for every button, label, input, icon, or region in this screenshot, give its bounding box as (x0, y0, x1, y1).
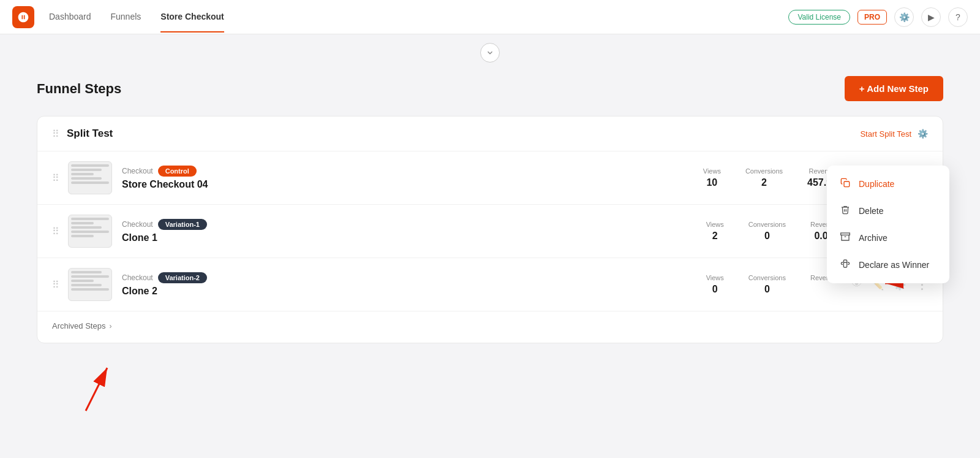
logo[interactable] (12, 6, 34, 28)
step1-name: Store Checkout 04 (122, 179, 703, 190)
step1-conversions-stat: Conversions 2 (745, 167, 783, 188)
step1-info: Checkout Control Store Checkout 04 (122, 166, 703, 190)
step3-conversions-stat: Conversions 0 (748, 274, 786, 295)
step1-stats: Views 10 Conversions 2 Revenue 457.99 (703, 167, 837, 188)
step2-views-stat: Views 2 (706, 221, 724, 242)
archived-steps-link[interactable]: Archived Steps › (37, 311, 943, 343)
delete-icon (839, 205, 851, 217)
step2-name: Clone 1 (122, 232, 706, 243)
split-test-title: Split Test (67, 128, 113, 140)
section-header: Funnel Steps + Add New Step (37, 76, 943, 101)
step2-conversions-stat: Conversions 0 (748, 221, 786, 242)
main-content: Funnel Steps + Add New Step ⠿ Split Test… (0, 76, 980, 368)
svg-rect-0 (844, 181, 850, 187)
step2-thumbnail (68, 215, 112, 248)
archive-icon (839, 232, 851, 244)
menu-item-delete[interactable]: Delete (827, 197, 949, 224)
step2-variation-badge: Variation-1 (158, 219, 207, 230)
step1-views-stat: Views 10 (703, 167, 721, 188)
step3-variation-badge: Variation-2 (158, 272, 207, 283)
step1-type: Checkout Control (122, 166, 703, 177)
start-split-test-link[interactable]: Start Split Test (860, 129, 911, 139)
step3-thumbnail (68, 268, 112, 301)
funnel-steps-card: ⠿ Split Test Start Split Test ⚙️ ⠿ (37, 116, 943, 343)
step2-drag-handle[interactable]: ⠿ (52, 226, 59, 237)
nav-store-checkout[interactable]: Store Checkout (160, 12, 224, 32)
help-icon[interactable]: ? (948, 7, 968, 27)
step3-stats: Views 0 Conversions 0 Revenue 0.00 (706, 274, 837, 295)
step1-thumbnail (68, 161, 112, 194)
archive-label: Archive (859, 233, 888, 243)
split-test-settings-icon[interactable]: ⚙️ (918, 129, 928, 139)
context-menu: Duplicate Delete Archive Declare as Winn… (827, 166, 949, 283)
header: Dashboard Funnels Store Checkout Valid L… (0, 0, 980, 34)
step3-name: Clone 2 (122, 286, 706, 297)
step2-stats: Views 2 Conversions 0 Revenue 0.00 (706, 221, 837, 242)
split-test-right: Start Split Test ⚙️ (860, 129, 928, 139)
add-new-step-button[interactable]: + Add New Step (845, 76, 943, 101)
main-nav: Dashboard Funnels Store Checkout (49, 12, 788, 23)
header-right: Valid License PRO ⚙️ ▶ ? (788, 7, 968, 27)
menu-item-duplicate[interactable]: Duplicate (827, 170, 949, 197)
step3-views-stat: Views 0 (706, 274, 724, 295)
step3-type: Checkout Variation-2 (122, 272, 706, 283)
declare-winner-label: Declare as Winner (859, 260, 929, 270)
step3-info: Checkout Variation-2 Clone 2 (122, 272, 706, 297)
step-row: ⠿ Checkout Variation-1 Clone 1 (37, 205, 943, 258)
menu-item-declare-winner[interactable]: Declare as Winner (827, 251, 949, 278)
delete-label: Delete (859, 206, 883, 216)
settings-icon[interactable]: ⚙️ (894, 7, 914, 27)
duplicate-icon (839, 178, 851, 190)
nav-dashboard[interactable]: Dashboard (49, 12, 91, 23)
split-test-header: ⠿ Split Test Start Split Test ⚙️ (37, 116, 943, 151)
split-test-left: ⠿ Split Test (52, 128, 113, 140)
winner-icon (839, 259, 851, 271)
svg-rect-1 (841, 233, 850, 235)
archived-chevron-icon: › (109, 322, 111, 330)
duplicate-label: Duplicate (859, 179, 894, 189)
step1-drag-handle[interactable]: ⠿ (52, 172, 59, 184)
sub-header (0, 34, 980, 71)
step2-type: Checkout Variation-1 (122, 219, 706, 230)
step-row: ⠿ Checkout Variation-2 Clone 2 (37, 258, 943, 311)
nav-funnels[interactable]: Funnels (111, 12, 141, 23)
collapse-button[interactable] (480, 43, 500, 63)
split-test-drag-handle[interactable]: ⠿ (52, 128, 59, 140)
section-title: Funnel Steps (37, 81, 121, 97)
archived-steps-label: Archived Steps (52, 321, 105, 330)
step3-drag-handle[interactable]: ⠿ (52, 279, 59, 291)
pro-badge: PRO (858, 10, 887, 25)
play-icon[interactable]: ▶ (921, 7, 941, 27)
menu-item-archive[interactable]: Archive (827, 224, 949, 251)
step1-control-badge: Control (158, 166, 197, 177)
step2-info: Checkout Variation-1 Clone 1 (122, 219, 706, 243)
step-row: ⠿ Checkout Control Store Checkout 04 (37, 151, 943, 205)
license-badge: Valid License (788, 10, 850, 25)
